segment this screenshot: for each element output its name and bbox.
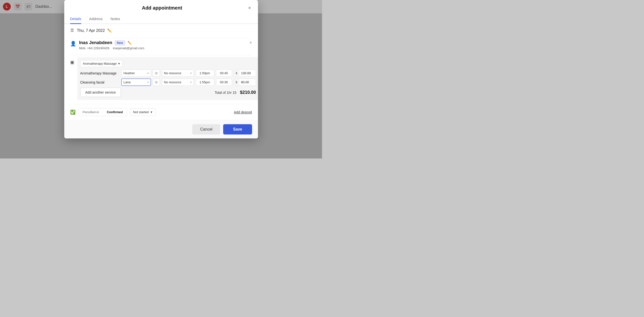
- progress-chevron-icon: ▾: [150, 110, 152, 114]
- client-email: inasjenab@gmail.com: [113, 46, 144, 50]
- service-category-select[interactable]: Aromatherapy Massage ▾: [80, 60, 122, 67]
- modal-body: 🗓 Thu, 7 Apr 2022 ✏️ 👤 Inas Jenabdeen Ne…: [64, 24, 258, 120]
- divider-3: [70, 104, 252, 104]
- divider-2: [70, 55, 252, 55]
- client-name-row: Inas Jenabdeen New ✏️: [79, 40, 252, 45]
- progress-select[interactable]: Not started ▾: [130, 108, 156, 116]
- resource-label-2: No resource: [164, 80, 182, 84]
- status-confirmed[interactable]: Confirmed: [103, 108, 127, 116]
- staff-chevron-2: ▾: [148, 81, 148, 83]
- status-row: ✅ Pencilled-in Confirmed Not started ▾ A…: [70, 108, 252, 116]
- service-row-1: Aromatherapy Massage Heather ▾ ⊙ No reso…: [80, 70, 256, 77]
- staff-name-1: Heather: [124, 71, 135, 75]
- staff-select-1[interactable]: Heather ▾: [122, 70, 151, 77]
- service-category-row: Aromatherapy Massage ▾: [80, 60, 256, 67]
- add-deposit-link[interactable]: Add deposit: [234, 110, 252, 114]
- add-appointment-modal: Add appointment × Details Address Notes …: [64, 0, 258, 138]
- resource-icon-btn-2[interactable]: ⊙: [153, 79, 160, 86]
- client-remove-button[interactable]: ×: [250, 40, 252, 45]
- tab-details[interactable]: Details: [70, 14, 82, 24]
- client-contact: Mob. +64 226240426 inasjenab@gmail.com: [79, 46, 252, 50]
- client-info: Inas Jenabdeen New ✏️ Mob. +64 226240426…: [79, 40, 252, 50]
- services-container: Aromatherapy Massage ▾ Aromatherapy Mass…: [77, 57, 258, 100]
- appointment-date: Thu, 7 Apr 2022: [77, 28, 105, 33]
- resource-chevron-1: ▾: [190, 72, 192, 74]
- staff-name-2: Lana: [124, 80, 131, 84]
- modal-close-button[interactable]: ×: [247, 4, 252, 11]
- status-pencilled-in[interactable]: Pencilled-in: [79, 108, 103, 116]
- duration-input-1[interactable]: [216, 70, 232, 77]
- modal-footer: Cancel Save: [64, 120, 258, 138]
- service-row-2: Cleansing facial Lana ▾ ⊙ No resource ▾: [80, 79, 256, 86]
- staff-select-2[interactable]: Lana ▾: [122, 79, 151, 86]
- price-group-1: $ 130.00: [234, 70, 256, 77]
- progress-selected-label: Not started: [133, 110, 149, 114]
- tab-notes[interactable]: Notes: [110, 14, 120, 24]
- price-value-2: 80.00: [239, 79, 251, 85]
- time-input-2[interactable]: [196, 79, 214, 86]
- total-amount: $210.00: [240, 90, 256, 95]
- modal-title: Add appointment: [77, 5, 247, 11]
- resource-chevron-2: ▾: [190, 81, 192, 83]
- date-row: 🗓 Thu, 7 Apr 2022 ✏️: [70, 28, 252, 33]
- modal-tabs: Details Address Notes: [64, 14, 258, 24]
- client-new-badge: New: [115, 40, 125, 45]
- resource-label-1: No resource: [164, 71, 182, 75]
- calendar-icon: 🗓: [70, 28, 74, 33]
- add-service-row: Add another service Total of 1hr 15 $210…: [80, 88, 256, 97]
- price-currency-1: $: [234, 70, 239, 76]
- status-toggle: Pencilled-in Confirmed: [78, 108, 127, 116]
- services-copy-icon: ▣: [70, 59, 74, 100]
- modal-header: Add appointment ×: [64, 0, 258, 11]
- resource-select-1[interactable]: No resource ▾: [162, 70, 194, 77]
- time-input-1[interactable]: [196, 70, 214, 77]
- services-area: ▣ Aromatherapy Massage ▾ Aromatherapy Ma…: [70, 57, 252, 100]
- cancel-button[interactable]: Cancel: [192, 124, 220, 134]
- divider-1: [70, 38, 252, 38]
- service-category-label: Aromatherapy Massage: [83, 62, 117, 65]
- duration-input-2[interactable]: [216, 79, 232, 86]
- resource-select-2[interactable]: No resource ▾: [162, 79, 194, 86]
- tab-address[interactable]: Address: [89, 14, 102, 24]
- total-label: Total of 1hr 15: [214, 91, 236, 95]
- status-check-icon: ✅: [70, 109, 76, 115]
- date-edit-icon[interactable]: ✏️: [107, 28, 112, 33]
- add-service-button[interactable]: Add another service: [80, 88, 121, 97]
- client-name: Inas Jenabdeen: [79, 40, 112, 45]
- total-row: Total of 1hr 15 $210.00: [214, 90, 256, 95]
- client-edit-icon[interactable]: ✏️: [128, 41, 132, 45]
- price-currency-2: $: [234, 79, 239, 85]
- save-button[interactable]: Save: [223, 124, 252, 134]
- client-section: 👤 Inas Jenabdeen New ✏️ Mob. +64 2262404…: [70, 40, 252, 50]
- staff-chevron-1: ▾: [148, 72, 148, 74]
- service-name-1: Aromatherapy Massage: [80, 71, 120, 75]
- price-group-2: $ 80.00: [234, 79, 256, 86]
- client-mobile: Mob. +64 226240426: [79, 46, 110, 50]
- service-name-2: Cleansing facial: [80, 80, 120, 84]
- modal-overlay: Add appointment × Details Address Notes …: [0, 0, 322, 158]
- resource-icon-btn-1[interactable]: ⊙: [153, 70, 160, 77]
- client-person-icon: 👤: [70, 41, 76, 46]
- price-value-1: 130.00: [239, 70, 253, 76]
- category-chevron-icon: ▾: [118, 62, 120, 65]
